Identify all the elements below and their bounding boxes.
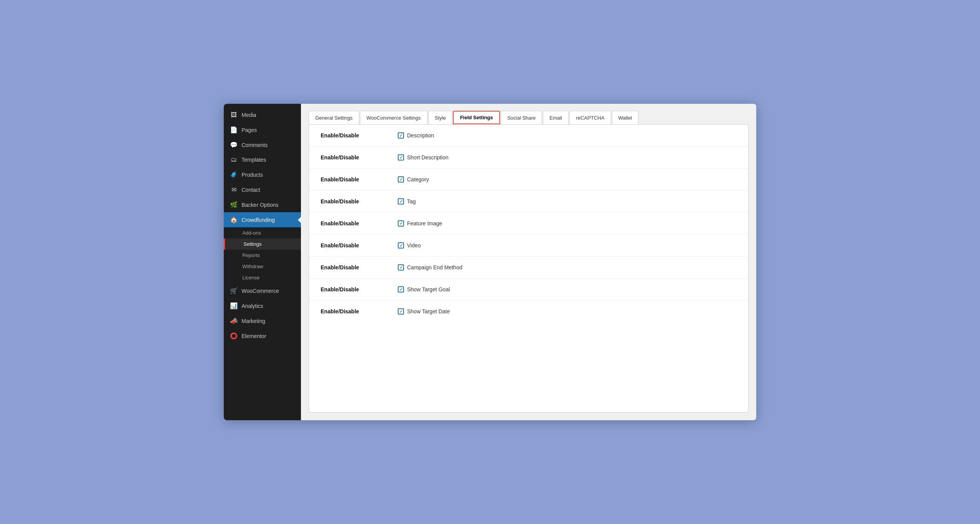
sidebar-item-marketing[interactable]: 📣Marketing [224,313,301,328]
contact-icon: ✉ [230,186,238,193]
field-settings-content: Enable/Disable Description Enable/Disabl… [309,124,749,412]
sidebar-sub-nav: Add-onsSettingsReportsWithdrawLicense [224,227,301,283]
sidebar-item-contact[interactable]: ✉Contact [224,182,301,197]
field-row-campaign-end-method: Enable/Disable Campaign End Method [309,257,748,279]
sidebar-item-label: Pages [242,127,257,133]
field-label-category: Enable/Disable [321,176,398,183]
checkbox-feature-image[interactable] [398,220,404,227]
field-value-category: Category [398,176,429,183]
field-value-feature-image: Feature Image [398,220,442,227]
field-name-feature-image: Feature Image [407,220,442,227]
tab-style[interactable]: Style [428,111,453,124]
field-name-show-target-goal: Show Target Goal [407,286,450,292]
field-label-show-target-goal: Enable/Disable [321,286,398,292]
sidebar-item-label: Elementor [242,333,266,339]
sidebar-item-label: Contact [242,187,260,193]
field-label-show-target-date: Enable/Disable [321,308,398,314]
sidebar-bottom-nav: 🛒WooCommerce📊Analytics📣Marketing⭕Element… [224,283,301,343]
sidebar-item-crowdfunding[interactable]: 🏠Crowdfunding [224,212,301,227]
field-value-video: Video [398,242,421,248]
field-name-short-description: Short Description [407,154,448,161]
sidebar-item-woocommerce[interactable]: 🛒WooCommerce [224,283,301,298]
main-content: General SettingsWooCommerce SettingsStyl… [301,104,756,420]
field-value-short-description: Short Description [398,154,448,161]
tab-recaptcha[interactable]: reCAPTCHA [569,111,611,124]
field-row-tag: Enable/Disable Tag [309,191,748,213]
checkbox-campaign-end-method[interactable] [398,264,404,270]
tab-woocommerce-settings[interactable]: WooCommerce Settings [360,111,427,124]
field-label-feature-image: Enable/Disable [321,220,398,227]
field-label-campaign-end-method: Enable/Disable [321,264,398,270]
comments-icon: 💬 [230,141,238,149]
sidebar-item-comments[interactable]: 💬Comments [224,137,301,152]
field-label-short-description: Enable/Disable [321,154,398,161]
sidebar-sub-item-settings[interactable]: Settings [224,238,301,250]
field-row-category: Enable/Disable Category [309,169,748,191]
field-value-campaign-end-method: Campaign End Method [398,264,462,270]
backer-options-icon: 🌿 [230,201,238,208]
field-row-show-target-date: Enable/Disable Show Target Date [309,301,748,322]
templates-icon: 🗂 [230,156,238,163]
field-row-short-description: Enable/Disable Short Description [309,147,748,169]
sidebar-item-label: WooCommerce [242,288,279,294]
sidebar-item-label: Analytics [242,303,263,309]
sidebar-item-label: Comments [242,142,268,148]
woocommerce-icon: 🛒 [230,287,238,294]
sidebar-item-label: Crowdfunding [242,217,275,223]
checkbox-tag[interactable] [398,198,404,205]
field-name-video: Video [407,242,421,248]
field-row-show-target-goal: Enable/Disable Show Target Goal [309,279,748,301]
field-value-description: Description [398,132,434,139]
field-name-description: Description [407,132,434,139]
products-icon: 🧳 [230,171,238,178]
sidebar-item-label: Marketing [242,318,265,324]
checkbox-show-target-date[interactable] [398,308,404,314]
sidebar-item-label: Media [242,112,256,118]
sidebar-item-analytics[interactable]: 📊Analytics [224,298,301,313]
sidebar-item-templates[interactable]: 🗂Templates [224,152,301,167]
sidebar-top-nav: 🖼Media📄Pages💬Comments🗂Templates🧳Products… [224,108,301,227]
sidebar-sub-item-reports[interactable]: Reports [224,250,301,261]
field-label-tag: Enable/Disable [321,198,398,205]
crowdfunding-icon: 🏠 [230,216,238,223]
sidebar-item-label: Products [242,172,263,178]
sidebar-item-label: Backer Options [242,202,279,208]
field-value-show-target-date: Show Target Date [398,308,450,314]
field-label-description: Enable/Disable [321,132,398,139]
elementor-icon: ⭕ [230,332,238,340]
field-row-video: Enable/Disable Video [309,235,748,257]
sidebar-item-backer-options[interactable]: 🌿Backer Options [224,197,301,212]
field-name-tag: Tag [407,198,416,205]
field-label-video: Enable/Disable [321,242,398,248]
sidebar-sub-item-license[interactable]: License [224,272,301,283]
app-window: 🖼Media📄Pages💬Comments🗂Templates🧳Products… [224,104,756,420]
sidebar-sub-item-add-ons[interactable]: Add-ons [224,227,301,238]
field-row-feature-image: Enable/Disable Feature Image [309,213,748,235]
tab-email[interactable]: Email [543,111,569,124]
pages-icon: 📄 [230,126,238,134]
tab-field-settings[interactable]: Field Settings [453,111,500,124]
sidebar-item-pages[interactable]: 📄Pages [224,122,301,137]
sidebar-sub-item-withdraw[interactable]: Withdraw [224,261,301,272]
sidebar-item-label: Templates [242,157,266,163]
sidebar-item-products[interactable]: 🧳Products [224,167,301,182]
tab-wallet[interactable]: Wallet [612,111,639,124]
checkbox-video[interactable] [398,242,404,248]
checkbox-description[interactable] [398,132,404,139]
tab-general-settings[interactable]: General Settings [309,111,359,124]
sidebar-item-media[interactable]: 🖼Media [224,108,301,122]
field-row-description: Enable/Disable Description [309,125,748,147]
field-value-tag: Tag [398,198,416,205]
tab-social-share[interactable]: Social Share [501,111,542,124]
checkbox-category[interactable] [398,176,404,183]
checkbox-show-target-goal[interactable] [398,286,404,292]
checkbox-short-description[interactable] [398,154,404,161]
field-value-show-target-goal: Show Target Goal [398,286,450,292]
field-name-campaign-end-method: Campaign End Method [407,264,462,270]
field-name-show-target-date: Show Target Date [407,308,450,314]
sidebar-item-elementor[interactable]: ⭕Elementor [224,328,301,343]
analytics-icon: 📊 [230,302,238,309]
field-name-category: Category [407,176,429,183]
tabs-bar: General SettingsWooCommerce SettingsStyl… [301,104,756,124]
marketing-icon: 📣 [230,317,238,325]
